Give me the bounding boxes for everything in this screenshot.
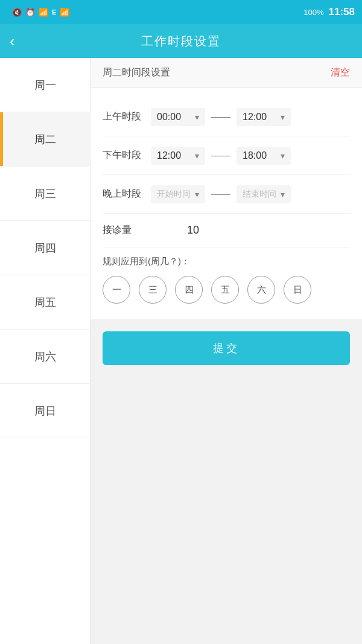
- app-header: ‹ 工作时段设置: [0, 24, 362, 58]
- status-time: 11:58: [329, 6, 355, 18]
- morning-end-select[interactable]: 12:00 ▾: [237, 108, 291, 126]
- main-content: 周一 周二 周三 周四 周五 周六 周日 周二时间段设置 清空: [0, 58, 362, 644]
- afternoon-end-select[interactable]: 18:00 ▾: [237, 147, 291, 165]
- right-panel: 周二时间段设置 清空 上午时段 00:00 ▾ —— 12:00 ▾ 下午时段: [91, 58, 362, 644]
- sidebar-label-friday: 周五: [34, 295, 56, 310]
- afternoon-slot-row: 下午时段 12:00 ▾ —— 18:00 ▾: [103, 136, 350, 175]
- evening-start-chevron: ▾: [195, 190, 199, 199]
- bottom-area: [91, 377, 362, 498]
- sidebar-label-tuesday: 周二: [34, 132, 56, 147]
- alarm-icon: ⏰: [25, 8, 35, 17]
- evening-start-placeholder: 开始时间: [157, 189, 191, 200]
- weekday-thursday[interactable]: 四: [175, 276, 203, 304]
- sidebar-item-saturday[interactable]: 周六: [0, 330, 90, 384]
- quantity-value: 10: [187, 224, 199, 237]
- submit-section: 提交: [91, 319, 362, 377]
- clear-button[interactable]: 清空: [331, 66, 350, 79]
- morning-slot-row: 上午时段 00:00 ▾ —— 12:00 ▾: [103, 98, 350, 136]
- status-bar: 🔇 ⏰ 📶 E 📶 100% 11:58: [0, 0, 362, 24]
- evening-end-select[interactable]: 结束时间 ▾: [237, 185, 291, 203]
- quantity-row: 接诊量 10: [103, 214, 350, 247]
- sidebar-label-saturday: 周六: [34, 349, 56, 364]
- afternoon-dash: ——: [211, 150, 230, 161]
- back-button[interactable]: ‹: [10, 32, 15, 51]
- mute-icon: 🔇: [12, 8, 22, 17]
- panel-title: 周二时间段设置: [103, 66, 170, 79]
- sidebar-item-tuesday[interactable]: 周二: [0, 112, 90, 167]
- weekday-sunday[interactable]: 日: [284, 276, 311, 304]
- morning-start-value: 00:00: [157, 112, 181, 123]
- sidebar-item-monday[interactable]: 周一: [0, 58, 90, 112]
- weekday-wednesday[interactable]: 三: [139, 276, 167, 304]
- weekday-monday[interactable]: 一: [103, 276, 130, 304]
- wifi-icon: 📶: [39, 8, 48, 17]
- panel-body: 上午时段 00:00 ▾ —— 12:00 ▾ 下午时段 12:00 ▾ ——: [91, 88, 362, 319]
- evening-slot-label: 晚上时段: [103, 188, 151, 200]
- evening-dash: ——: [211, 189, 230, 200]
- header-title: 工作时段设置: [141, 33, 221, 49]
- sidebar-label-thursday: 周四: [34, 241, 56, 255]
- afternoon-start-value: 12:00: [157, 150, 181, 161]
- sidebar-label-monday: 周一: [34, 78, 56, 92]
- sidebar: 周一 周二 周三 周四 周五 周六 周日: [0, 58, 91, 644]
- afternoon-slot-label: 下午时段: [103, 149, 151, 162]
- morning-start-chevron: ▾: [195, 112, 199, 122]
- morning-end-value: 12:00: [243, 112, 267, 123]
- weekday-circles: 一 三 四 五 六 日: [103, 276, 350, 304]
- sidebar-label-sunday: 周日: [34, 404, 56, 418]
- status-icons: 🔇 ⏰ 📶 E 📶: [12, 8, 69, 17]
- afternoon-start-select[interactable]: 12:00 ▾: [151, 147, 205, 165]
- sidebar-item-wednesday[interactable]: 周三: [0, 167, 90, 221]
- weekday-friday[interactable]: 五: [211, 276, 239, 304]
- evening-end-chevron: ▾: [281, 190, 285, 199]
- evening-slot-row: 晚上时段 开始时间 ▾ —— 结束时间 ▾: [103, 175, 350, 214]
- sidebar-label-wednesday: 周三: [34, 187, 56, 201]
- weekday-saturday[interactable]: 六: [247, 276, 275, 304]
- submit-button[interactable]: 提交: [103, 331, 350, 365]
- apply-rule-section: 规则应用到(周几？)： 一 三 四 五 六: [103, 247, 350, 310]
- sidebar-item-sunday[interactable]: 周日: [0, 384, 90, 438]
- morning-start-select[interactable]: 00:00 ▾: [151, 108, 205, 126]
- evening-start-select[interactable]: 开始时间 ▾: [151, 185, 205, 203]
- morning-end-chevron: ▾: [281, 112, 285, 122]
- apply-rule-title: 规则应用到(周几？)：: [103, 256, 350, 267]
- sidebar-item-friday[interactable]: 周五: [0, 275, 90, 330]
- sidebar-item-thursday[interactable]: 周四: [0, 221, 90, 275]
- battery-label: 100%: [303, 8, 323, 17]
- afternoon-end-chevron: ▾: [281, 151, 285, 161]
- morning-dash: ——: [211, 112, 230, 123]
- panel-header: 周二时间段设置 清空: [91, 58, 362, 88]
- afternoon-start-chevron: ▾: [195, 151, 199, 161]
- evening-end-placeholder: 结束时间: [243, 189, 276, 200]
- morning-slot-label: 上午时段: [103, 110, 151, 123]
- signal-e-icon: E: [52, 8, 56, 16]
- quantity-label: 接诊量: [103, 224, 151, 237]
- afternoon-end-value: 18:00: [243, 150, 267, 161]
- signal-bars-icon: 📶: [60, 8, 69, 17]
